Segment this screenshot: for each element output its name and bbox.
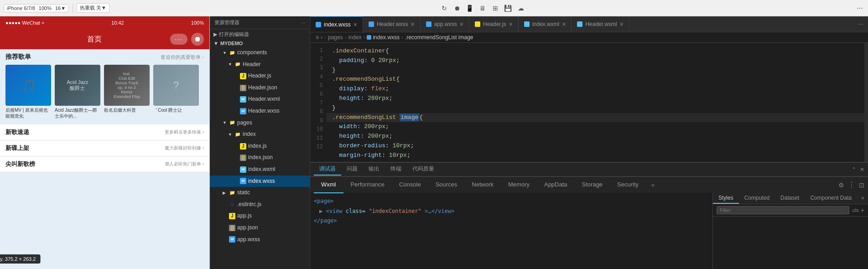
list-item[interactable]: 尖叫新歌榜 潮人必听热门新单 › xyxy=(0,156,209,172)
json-file-icon: {} xyxy=(229,225,235,231)
tab-index-wxml[interactable]: index.wxml × xyxy=(519,16,572,32)
list-item[interactable]: 新碟上架 魔力新碟好听到爆 › xyxy=(0,140,209,156)
filter-input[interactable] xyxy=(717,206,849,214)
panel-menu-icon[interactable]: ··· xyxy=(301,20,305,26)
breadcrumb-nav-forward[interactable]: › xyxy=(324,34,326,41)
tab-close-icon[interactable]: × xyxy=(460,21,463,28)
tab-network[interactable]: Network xyxy=(464,177,501,193)
tree-folder-components[interactable]: ▼ 📁 components xyxy=(210,47,310,59)
open-editors-section[interactable]: ▶ 打开的编辑器 xyxy=(210,29,310,40)
tab-issues[interactable]: 问题 xyxy=(341,163,363,176)
tree-root[interactable]: ▼ MYDEMO xyxy=(210,40,310,47)
tab-close-icon[interactable]: × xyxy=(411,21,415,28)
tab-computed[interactable]: Computed xyxy=(739,193,775,204)
tab-performance[interactable]: Performance xyxy=(343,177,392,193)
save-icon[interactable]: 💾 xyxy=(504,4,513,13)
tab-styles[interactable]: Styles xyxy=(713,193,739,204)
filter-cls-button[interactable]: .cls xyxy=(851,207,859,213)
tree-file-header-js[interactable]: J Header.js xyxy=(210,70,310,82)
tab-memory[interactable]: Memory xyxy=(501,177,537,193)
tab-terminal[interactable]: 终端 xyxy=(385,163,407,176)
tree-folder-index[interactable]: ▼ 📁 index xyxy=(210,129,310,140)
tab-close-icon[interactable]: × xyxy=(620,21,624,28)
tab-header-js[interactable]: Header.js × xyxy=(469,16,519,32)
toolbar-left: iPhone 6/7/8 100% 16▼ 热重载 关▼ xyxy=(4,3,109,13)
filter-add-button[interactable]: + xyxy=(861,207,864,214)
nav-record[interactable]: ⏺ xyxy=(191,33,204,46)
tab-app-wxss[interactable]: app.wxss × xyxy=(421,16,469,32)
tab-appdata[interactable]: AppData xyxy=(537,177,575,193)
devtools-menu-icon[interactable]: ⋮ xyxy=(848,181,855,189)
refresh-icon[interactable]: ↻ xyxy=(440,4,449,13)
tab-close-icon[interactable]: × xyxy=(562,21,566,28)
tab-wxml[interactable]: Wxml xyxy=(314,177,343,193)
song-thumb-2[interactable]: Acid Jazz酸爵士 xyxy=(55,65,100,106)
nav-dots[interactable]: ··· xyxy=(170,34,187,45)
more-icon[interactable]: ⋯ xyxy=(855,4,864,13)
wxss-icon xyxy=(367,35,371,40)
song-thumb-4[interactable]: ? xyxy=(153,65,199,106)
minimize-icon[interactable]: ⌃ xyxy=(852,166,856,173)
tree-file-index-json[interactable]: {} index.json xyxy=(210,152,310,164)
close-devtools-icon[interactable]: ✕ xyxy=(860,166,864,173)
song-thumb-3[interactable]: Inst.Club EditBonus Trackop. 9 no 2Remix… xyxy=(104,65,150,106)
tree-file-app-js[interactable]: J app.js xyxy=(210,210,310,222)
tab-header-wxml[interactable]: Header.wxml × xyxy=(572,16,629,32)
window-icon[interactable]: 🖥 xyxy=(478,4,487,13)
device-selector[interactable]: iPhone 6/7/8 100% 16▼ xyxy=(4,4,69,12)
song-thumb-1[interactable]: 🎵 xyxy=(5,65,51,106)
layout-icon[interactable]: ⊞ xyxy=(491,4,500,13)
tabs-more-icon[interactable]: ⋯ xyxy=(853,21,868,27)
list-item-title-2: 新碟上架 xyxy=(5,144,29,152)
list-item[interactable]: 新歌速递 更多鲜乐更多快落 › xyxy=(0,124,209,140)
tree-folder-static[interactable]: ▶ 📁 static xyxy=(210,187,310,199)
phone-nav-actions: ··· ⏺ xyxy=(170,33,204,46)
tab-debugger[interactable]: 调试器 xyxy=(314,163,341,176)
tab-output[interactable]: 输出 xyxy=(363,163,385,176)
js-file-icon: J xyxy=(240,143,246,150)
tree-folder-header[interactable]: ▼ 📁 Header xyxy=(210,59,310,71)
wxss-file-icon: W xyxy=(229,236,235,243)
scrollbar[interactable] xyxy=(864,43,868,162)
breadcrumb-nav-back[interactable]: ‹ xyxy=(321,34,322,41)
tab-code-quality[interactable]: 代码质量 xyxy=(407,163,440,176)
tab-header-wxss[interactable]: Header.wxss × xyxy=(363,16,421,32)
hot-reload-btn[interactable]: 热重载 关▼ xyxy=(77,3,109,13)
tab-sources[interactable]: Sources xyxy=(428,177,465,193)
code-line-7: } xyxy=(327,103,864,113)
settings-icon[interactable]: ⚙ xyxy=(838,181,844,189)
tab-dataset[interactable]: Dataset xyxy=(775,193,805,204)
tree-file-header-wxss[interactable]: W Header.wxss xyxy=(210,105,310,117)
dom-line-page: <page> xyxy=(314,197,709,207)
tree-file-index-js[interactable]: J index.js xyxy=(210,140,310,152)
tab-component-data[interactable]: Component Data xyxy=(805,193,857,204)
code-editor[interactable]: 1 2 3 4 5 6 7 8 9 10 11 12 .indexContain… xyxy=(310,43,868,162)
tab-close-icon[interactable]: × xyxy=(509,21,513,28)
styles-tabs-more[interactable]: » xyxy=(858,193,868,204)
tree-file-eslint[interactable]: ⊙ .eslintrc.js xyxy=(210,199,310,211)
tree-file-index-wxss[interactable]: W index.wxss xyxy=(210,176,310,187)
device-icon[interactable]: 📱 xyxy=(465,4,474,13)
filter-bar: .cls + xyxy=(713,204,868,217)
devtools-expand-icon[interactable]: ⊡ xyxy=(859,181,864,189)
js-file-icon: J xyxy=(240,73,246,79)
breadcrumb-selector: .recommendSongList image xyxy=(405,34,473,41)
tab-security[interactable]: Security xyxy=(610,177,646,193)
tab-close-icon[interactable]: × xyxy=(353,21,357,28)
tree-folder-pages[interactable]: ▼ 📁 pages xyxy=(210,117,310,129)
tab-storage[interactable]: Storage xyxy=(575,177,610,193)
tree-file-header-json[interactable]: {} Header.json xyxy=(210,82,310,94)
folder-icon: 📁 xyxy=(229,50,235,56)
tree-file-app-wxss[interactable]: W app.wxss xyxy=(210,234,310,246)
tab-console[interactable]: Console xyxy=(392,177,428,193)
dom-expand-icon[interactable]: ▶ xyxy=(319,208,326,214)
stop-icon[interactable]: ⏺ xyxy=(452,4,462,13)
cloud-icon[interactable]: ☁ xyxy=(516,4,525,13)
tree-file-index-wxml[interactable]: W index.wxml xyxy=(210,164,310,176)
dom-line-view[interactable]: ▶ <view class= "indexContainer" >…</view… xyxy=(314,207,709,217)
tab-index-wxss[interactable]: index.wxss × xyxy=(310,16,363,32)
tree-file-header-wxml[interactable]: W Header.wxml xyxy=(210,93,310,105)
wxml-tabs-more[interactable]: » xyxy=(648,182,658,188)
breadcrumb-sep: › xyxy=(401,34,403,41)
tree-file-app-json[interactable]: {} app.json xyxy=(210,222,310,234)
